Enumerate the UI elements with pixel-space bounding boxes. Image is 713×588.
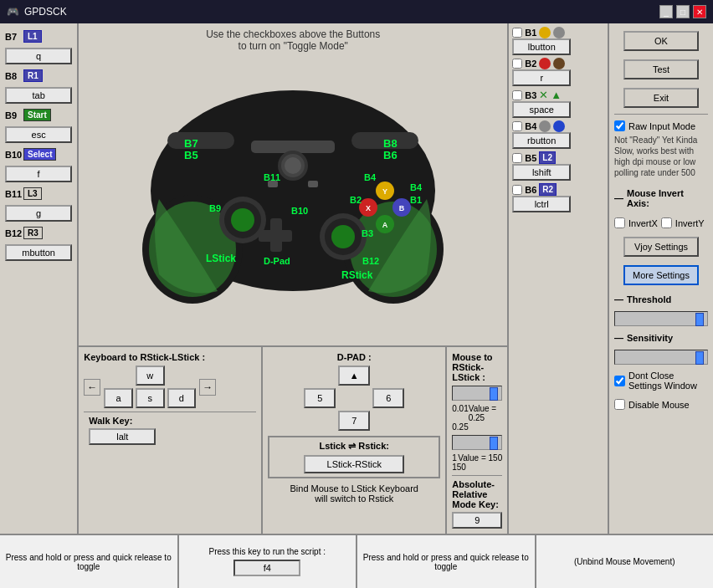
b10-key-btn[interactable]: f <box>5 166 72 182</box>
b7-badge: L1 <box>23 30 42 43</box>
dpad-right-btn[interactable]: 6 <box>372 388 404 408</box>
invert-y-checkbox[interactable] <box>661 217 672 228</box>
b7-key-btn[interactable]: q <box>5 48 72 64</box>
b2-checkbox[interactable] <box>512 59 522 69</box>
controller-wrapper: Y X B A B7 B5 B8 B6 B11 B1 B <box>79 57 507 325</box>
invert-x-checkbox[interactable] <box>614 217 625 228</box>
b3-icon1: ✕ <box>539 89 548 101</box>
vjoy-btn[interactable]: Vjoy Settings <box>623 237 699 257</box>
b10-label: B10 <box>5 150 20 160</box>
b3-icon2: ▲ <box>551 89 562 101</box>
abs-rel-key-btn[interactable]: 9 <box>452 512 502 529</box>
threshold-thumb[interactable] <box>490 387 498 401</box>
test-btn[interactable]: Test <box>623 59 699 79</box>
raw-input-checkbox[interactable] <box>614 120 625 131</box>
b1-header: B1 <box>512 27 604 38</box>
sensitivity-sep: Sensitivity <box>614 333 708 343</box>
threshold-slider-area: 0.01 Value = 0.25 0.25 <box>452 386 502 432</box>
title-bar-left: 🎮 GPDSCK <box>7 6 67 18</box>
right-buttons-panel: B1 lbutton B2 r B3 <box>509 23 609 534</box>
sensitivity-thumb[interactable] <box>490 437 498 450</box>
b8-key-btn[interactable]: tab <box>5 87 72 104</box>
sensitivity-slider-track[interactable] <box>452 435 502 450</box>
b3-checkbox[interactable] <box>512 90 522 100</box>
disable-mouse-checkbox[interactable] <box>614 399 625 410</box>
bind-mouse-text: Bind Mouse to LStick Keyboard will switc… <box>290 483 418 504</box>
b7-key-row: q <box>5 48 72 64</box>
walk-key-title: Walk Key: <box>89 416 251 426</box>
title-bar-controls: _ □ ✕ <box>659 5 706 18</box>
minimize-btn[interactable]: _ <box>659 5 673 18</box>
disable-mouse-row: Disable Mouse <box>614 399 708 410</box>
sensitivity-range-max: 150 <box>452 463 502 472</box>
maximize-btn[interactable]: □ <box>676 5 690 18</box>
svg-text:B5: B5 <box>184 149 198 161</box>
b1-key-btn[interactable]: lbutton <box>512 38 571 55</box>
b5-checkbox[interactable] <box>512 153 522 163</box>
sensitivity-config-slider <box>614 350 708 365</box>
dpad-up-btn[interactable]: ▲ <box>338 366 370 386</box>
svg-text:B4: B4 <box>364 172 377 182</box>
ok-btn[interactable]: OK <box>623 31 699 51</box>
b11-badge: L3 <box>23 187 42 200</box>
wasd-container: ← w a s d → <box>84 366 256 408</box>
lstick-title: Lstick ⇌ Rstick: <box>273 441 435 452</box>
b5-key-btn[interactable]: lshift <box>512 164 571 181</box>
svg-point-10 <box>285 157 301 174</box>
b11-key-btn[interactable]: g <box>5 205 72 222</box>
svg-rect-18 <box>259 230 292 242</box>
b5-header: B5 L2 <box>512 151 604 164</box>
b5-badge: L2 <box>539 151 556 164</box>
dont-close-row: Dont Close Settings Window <box>614 371 708 391</box>
b1-icon1 <box>539 27 551 38</box>
s-btn[interactable]: s <box>136 388 165 408</box>
keyboard-section: Keyboard to RStick-LStick : ← w a s d → <box>79 347 263 534</box>
threshold-slider-track[interactable] <box>452 386 502 401</box>
close-btn[interactable]: ✕ <box>693 5 706 18</box>
b3-key-btn[interactable]: space <box>512 101 571 118</box>
dont-close-checkbox[interactable] <box>614 376 625 386</box>
w-btn[interactable]: w <box>136 366 165 386</box>
b9-badge: Start <box>23 109 51 121</box>
walk-key-btn[interactable]: lalt <box>89 428 156 445</box>
threshold-config-thumb[interactable] <box>695 313 704 326</box>
disable-mouse-label: Disable Mouse <box>628 400 690 410</box>
dpad-down-btn[interactable]: 7 <box>338 411 370 431</box>
controller-svg: Y X B A B7 B5 B8 B6 B11 B1 B <box>134 57 452 308</box>
svg-text:B1: B1 <box>410 195 422 205</box>
svg-text:RStick: RStick <box>341 269 373 281</box>
svg-text:B6: B6 <box>383 149 398 161</box>
b6-checkbox[interactable] <box>512 185 522 195</box>
exit-btn[interactable]: Exit <box>623 88 699 108</box>
lstick-rstick-btn[interactable]: LStick-RStick <box>304 455 404 473</box>
controller-area: Use the checkboxes above the Buttons to … <box>79 23 507 345</box>
b4-checkbox[interactable] <box>512 121 522 131</box>
bottom-right-text: Press and hold or press and quick releas… <box>362 553 530 571</box>
b1-row: B1 lbutton <box>512 27 604 55</box>
sensitivity-config-thumb[interactable] <box>695 351 704 365</box>
b10-row: B10 Select <box>5 148 72 161</box>
bottom-far-right-text: (Unbind Mouse Movement) <box>574 557 675 566</box>
d-btn[interactable]: d <box>167 388 197 408</box>
b1-checkbox[interactable] <box>512 28 522 38</box>
wasd-grid: w a s d <box>104 366 196 408</box>
b6-row: B6 R2 lctrl <box>512 183 604 212</box>
app-container: 🎮 GPDSCK _ □ ✕ B7 L1 q B8 R1 tab <box>0 0 713 588</box>
dpad-left-btn[interactable]: 5 <box>304 388 336 408</box>
b4-key-btn[interactable]: rbutton <box>512 132 571 149</box>
b12-badge: R3 <box>23 227 43 239</box>
b12-label: B12 <box>5 228 20 238</box>
b4-icon2 <box>553 120 565 132</box>
b8-key-row: tab <box>5 87 72 104</box>
b2-key-btn[interactable]: r <box>512 69 571 86</box>
more-settings-btn[interactable]: More Settings <box>623 265 699 285</box>
abs-rel-section: Absolute-Relative Mode Key: 9 <box>452 475 502 529</box>
script-key-btn[interactable]: f4 <box>233 560 300 576</box>
b9-key-btn[interactable]: esc <box>5 126 72 143</box>
a-btn[interactable]: a <box>104 388 133 408</box>
b12-key-btn[interactable]: mbutton <box>5 244 72 261</box>
b6-key-btn[interactable]: lctrl <box>512 196 571 212</box>
invert-y-label: InvertY <box>675 218 705 228</box>
dont-close-label: Dont Close Settings Window <box>628 371 708 391</box>
right-arrow-indicator: → <box>199 379 216 396</box>
